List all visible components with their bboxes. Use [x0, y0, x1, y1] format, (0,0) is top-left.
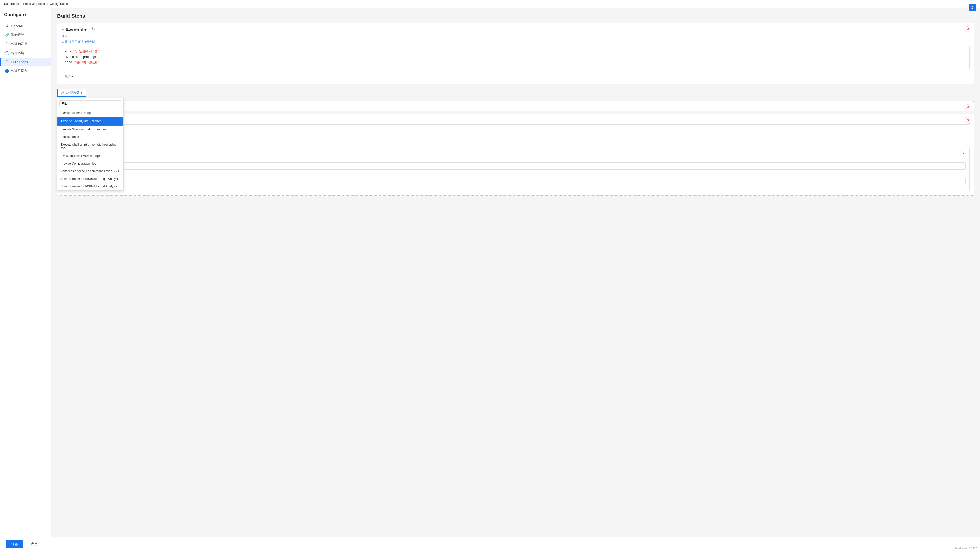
add-step-label: 增加构建步骤 [61, 91, 80, 95]
version-text: Jenkins ver. 2.332.3 [955, 547, 977, 550]
remove-prefix-input[interactable] [65, 178, 966, 185]
source-files-input[interactable] [65, 162, 966, 170]
step-card-3: × master_server 高级 ▾ Transfers × Transfe… [57, 114, 974, 196]
advanced-label-shell: 高级 [64, 74, 70, 79]
code-line-1: echo "开始编译和打包" [65, 49, 966, 55]
menu-item-nodejs[interactable]: Execute NodeJS script [57, 109, 123, 117]
close-button-execute-shell[interactable]: × [965, 26, 970, 32]
transfers-title: Transfers [62, 141, 969, 144]
close-button-transfer-set[interactable]: × [961, 151, 966, 156]
sidebar-item-general[interactable]: ⚙ General [0, 21, 51, 30]
source-files-label-container: Source files ? [65, 157, 966, 162]
trigger-icon: ⏱ [5, 42, 9, 46]
breadcrumb-project[interactable]: Freestyle project [23, 2, 46, 6]
code-line-2: mvn clean package [65, 55, 966, 60]
menu-item-sonar-begin[interactable]: SonarScanner for MSBuild - Begin Analysi… [57, 175, 123, 183]
sidebar-title: Configure [0, 12, 51, 21]
menu-item-maven[interactable]: Invoke top-level Maven targets [57, 152, 123, 160]
remove-prefix-group: Remove prefix ? [65, 173, 966, 185]
source-files-group: Source files ? [65, 157, 966, 170]
close-button-step2[interactable]: × [965, 104, 970, 110]
execute-shell-card: ≡ Execute shell ? × 命令 查看 可用的环境变量列表 echo… [57, 23, 974, 84]
sidebar-label-triggers: 构建触发器 [11, 41, 27, 46]
sidebar-label-environment: 构建环境 [11, 51, 24, 56]
menu-item-sonarqube[interactable]: Execute SonarQube Scanner [57, 117, 123, 125]
breadcrumb-current: Configuration [50, 2, 68, 6]
env-variables-link[interactable]: 查看 可用的环境变量列表 [62, 40, 969, 44]
step-title-execute-shell: Execute shell [65, 27, 89, 32]
apply-button[interactable]: 应用 [25, 540, 43, 548]
step-header: ≡ Execute shell ? [62, 27, 969, 32]
environment-icon: 🌐 [5, 51, 9, 55]
sidebar-item-build-steps[interactable]: ☰ Build Steps [0, 58, 51, 66]
breadcrumb-sep-2: › [47, 2, 48, 5]
sidebar-item-environment[interactable]: 🌐 构建环境 [0, 48, 51, 58]
code-line-3: echo "编译和打包结束" [65, 60, 966, 65]
sidebar-label-post-build: 构建后操作 [11, 68, 27, 73]
remove-prefix-label-container: Remove prefix ? [65, 173, 966, 177]
menu-item-shell-ssh[interactable]: Execute shell script on remote host usin… [57, 141, 123, 152]
build-steps-icon: ☰ [5, 60, 9, 64]
code-echo-1: echo [65, 50, 74, 53]
save-button[interactable]: 保存 [6, 540, 23, 548]
chevron-down-icon-shell: ▾ [72, 75, 73, 78]
sidebar-label-general: General [11, 24, 23, 28]
add-step-button[interactable]: 增加构建步骤 ▾ [57, 89, 86, 97]
sidebar-label-source: 源码管理 [11, 32, 24, 37]
command-label: 命令 [62, 35, 969, 39]
code-mvn: mvn clean package [65, 56, 96, 59]
close-button-step3[interactable]: × [965, 117, 970, 123]
advanced-button-shell[interactable]: 高级 ▾ [62, 73, 76, 80]
filter-input[interactable] [59, 100, 121, 107]
transfer-set-title: Transfer Set [65, 151, 966, 155]
menu-item-shell[interactable]: Execute shell [57, 133, 123, 141]
sidebar-item-source[interactable]: 🔗 源码管理 [0, 30, 51, 39]
server-select[interactable]: master_server [62, 118, 969, 125]
step-card-2: × [57, 101, 974, 111]
menu-item-send-files[interactable]: Send files or execute commands over SSH [57, 167, 123, 175]
code-echo-2: echo [65, 61, 74, 64]
source-icon: 🔗 [5, 33, 9, 37]
drag-icon: ≡ [62, 27, 64, 32]
sidebar-item-triggers[interactable]: ⏱ 构建触发器 [0, 39, 51, 48]
content-area: Build Steps ≡ Execute shell ? × 命令 查看 可用… [51, 8, 980, 537]
sidebar: Configure ⚙ General 🔗 源码管理 ⏱ 构建触发器 🌐 构建环… [0, 8, 51, 537]
menu-item-config-files[interactable]: Provide Configuration files [57, 160, 123, 167]
help-icon-execute-shell[interactable]: ? [91, 27, 95, 32]
code-string-2: "编译和打包结束" [74, 61, 99, 64]
breadcrumb-dashboard[interactable]: Dashboard [4, 2, 19, 6]
add-step-dropdown: Execute NodeJS script Execute SonarQube … [57, 98, 124, 191]
menu-item-sonar-end[interactable]: SonarScanner for MSBuild - End Analysis [57, 183, 123, 190]
transfers-section: Transfers × Transfer Set Source files ? [62, 141, 969, 192]
breadcrumb: Dashboard › Freestyle project › Configur… [0, 0, 980, 8]
code-string-1: "开始编译和打包" [74, 50, 99, 53]
bottom-bar: 保存 应用 [0, 537, 980, 551]
post-build-icon: 🔵 [5, 69, 9, 73]
chevron-down-icon-add: ▾ [81, 91, 82, 95]
sidebar-label-build-steps: Build Steps [11, 60, 28, 64]
jenkins-badge: J [969, 4, 976, 11]
menu-item-windows-batch[interactable]: Execute Windows batch command [57, 125, 123, 133]
dropdown-filter-container [57, 98, 123, 109]
add-step-section: 增加构建步骤 ▾ Execute NodeJS script Execute S… [57, 89, 974, 97]
code-editor[interactable]: echo "开始编译和打包" mvn clean package echo "编… [62, 46, 969, 69]
transfer-set-card: × Transfer Set Source files ? Remove pr [62, 147, 969, 192]
sidebar-item-post-build[interactable]: 🔵 构建后操作 [0, 66, 51, 76]
gear-icon: ⚙ [5, 24, 9, 28]
page-title: Build Steps [57, 13, 974, 19]
breadcrumb-sep-1: › [21, 2, 22, 5]
